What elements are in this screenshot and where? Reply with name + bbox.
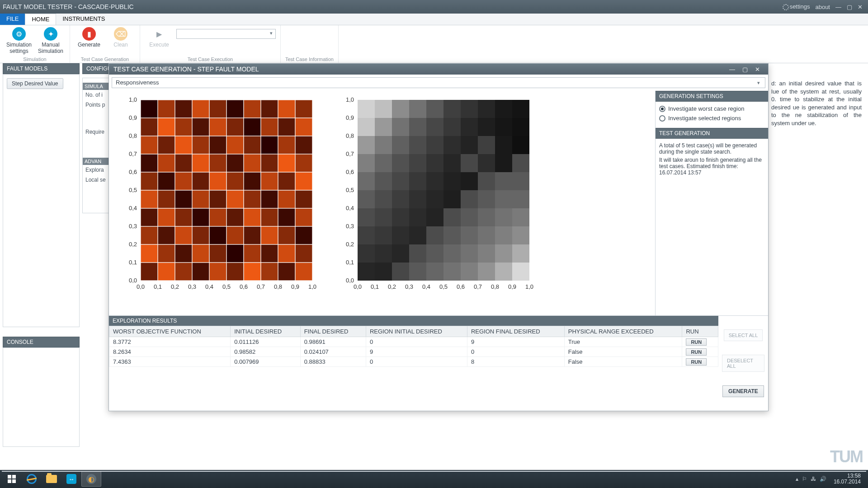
svg-rect-89 <box>295 244 312 263</box>
svg-rect-229 <box>443 244 461 263</box>
about-link[interactable]: about <box>812 4 833 10</box>
generate-button[interactable]: ▮ Generate <box>75 27 104 48</box>
fault-models-header: FAULT MODELS <box>3 63 80 74</box>
minimize-button[interactable]: — <box>833 4 844 10</box>
select-all-button[interactable]: SELECT ALL <box>724 329 763 341</box>
svg-rect-185 <box>375 172 392 190</box>
menu-file[interactable]: FILE <box>0 14 25 25</box>
generate-tests-button[interactable]: GENERATE <box>722 385 764 397</box>
col-phys[interactable]: PHYSICAL RANGE EXCEEDED <box>564 326 682 337</box>
maximize-button[interactable]: ▢ <box>844 4 855 10</box>
objective-select[interactable]: Responsiveness <box>112 77 765 88</box>
taskbar-app[interactable] <box>81 471 101 487</box>
taskbar-explorer[interactable] <box>42 471 61 487</box>
tray-chevron-icon[interactable]: ▴ <box>796 476 798 482</box>
svg-rect-154 <box>358 118 375 136</box>
menu-instruments[interactable]: INSTRUMENTS <box>56 14 111 25</box>
tray-flag-icon[interactable]: ⚐ <box>802 476 807 482</box>
opt-selected-regions[interactable]: Investigate selected regions <box>659 115 764 122</box>
svg-rect-193 <box>512 172 529 190</box>
modal-maximize-button[interactable]: ▢ <box>739 66 751 73</box>
svg-rect-171 <box>478 136 495 154</box>
svg-text:0,7: 0,7 <box>474 283 482 290</box>
modal-minimize-button[interactable]: — <box>726 66 739 73</box>
close-button[interactable]: ✕ <box>855 4 865 10</box>
exploration-label: Explora <box>85 167 108 173</box>
execute-target-combo[interactable] <box>176 29 276 39</box>
col-initd[interactable]: INITIAL DESIRED <box>231 326 300 337</box>
clean-button[interactable]: ⌫ Clean <box>106 27 135 48</box>
run-button[interactable]: RUN <box>686 348 707 356</box>
col-regf[interactable]: REGION FINAL DESIRED <box>467 326 564 337</box>
svg-rect-33 <box>192 154 209 172</box>
svg-text:0,1: 0,1 <box>154 283 162 290</box>
settings-link[interactable]: settings <box>780 3 813 10</box>
test-generation-header: TEST GENERATION <box>656 128 768 139</box>
svg-rect-95 <box>226 263 244 281</box>
svg-rect-153 <box>512 100 529 118</box>
svg-rect-87 <box>261 244 278 263</box>
svg-rect-93 <box>192 263 209 281</box>
svg-rect-78 <box>278 226 295 244</box>
svg-rect-182 <box>495 154 512 172</box>
svg-text:0,0: 0,0 <box>346 277 354 284</box>
table-row[interactable]: 7.43630.0079690.8883308FalseRUN <box>109 357 718 367</box>
svg-rect-43 <box>192 172 209 190</box>
menu-bar: FILE HOME INSTRUMENTS <box>0 14 868 25</box>
execute-button[interactable]: ▶ Execute <box>145 27 174 48</box>
tg-text2: It will take aroun to finish generating … <box>659 157 764 176</box>
svg-rect-236 <box>392 263 409 281</box>
teamviewer-icon <box>66 474 76 484</box>
simulation-settings-button[interactable]: ⚙ Simulation settings <box>5 27 33 54</box>
taskbar-clock[interactable]: 13:58 16.07.2014 <box>830 473 864 485</box>
tray-network-icon[interactable]: 🖧 <box>811 476 816 482</box>
taskbar-ie[interactable] <box>22 471 42 487</box>
ribbon-group-generation: Test Case Generation <box>75 56 135 63</box>
start-button[interactable] <box>2 471 22 487</box>
table-row[interactable]: 8.26340.985820.02410790FalseRUN <box>109 347 718 357</box>
svg-rect-231 <box>478 244 495 263</box>
svg-rect-144 <box>358 100 375 118</box>
col-wof[interactable]: WORST OBJECTIVE FUNCTION <box>109 326 231 337</box>
col-finald[interactable]: FINAL DESIRED <box>300 326 366 337</box>
svg-rect-162 <box>495 118 512 136</box>
col-regi[interactable]: REGION INITIAL DESIRED <box>366 326 467 337</box>
play-icon: ▶ <box>152 27 166 41</box>
svg-rect-203 <box>512 190 529 208</box>
run-button[interactable]: RUN <box>686 358 707 366</box>
svg-rect-29 <box>295 136 312 154</box>
svg-text:0,1: 0,1 <box>346 259 354 266</box>
manual-simulation-button[interactable]: ✦ Manual Simulation <box>36 27 65 54</box>
menu-home[interactable]: HOME <box>25 14 56 25</box>
svg-text:0,8: 0,8 <box>274 283 282 290</box>
deselect-all-button[interactable]: DESELECT ALL <box>722 355 764 372</box>
svg-rect-195 <box>375 190 392 208</box>
svg-rect-96 <box>244 263 261 281</box>
advanced-subheader: ADVAN <box>83 158 111 165</box>
svg-rect-169 <box>443 136 461 154</box>
svg-text:0,3: 0,3 <box>346 223 354 230</box>
opt-worst-case[interactable]: Investigate worst case region <box>659 105 764 112</box>
svg-rect-228 <box>426 244 443 263</box>
svg-rect-180 <box>461 154 478 172</box>
svg-rect-14 <box>209 118 226 136</box>
step-desired-value-button[interactable]: Step Desired Value <box>7 78 63 89</box>
modal-close-button[interactable]: ✕ <box>751 66 764 73</box>
svg-rect-188 <box>426 172 443 190</box>
svg-rect-238 <box>426 263 443 281</box>
svg-rect-54 <box>209 190 226 208</box>
svg-rect-30 <box>141 154 158 172</box>
svg-rect-165 <box>375 136 392 154</box>
svg-rect-183 <box>512 154 529 172</box>
svg-rect-71 <box>158 226 175 244</box>
svg-rect-24 <box>209 136 226 154</box>
svg-rect-47 <box>261 172 278 190</box>
svg-rect-57 <box>261 190 278 208</box>
table-row[interactable]: 8.37720.0111260.9869109TrueRUN <box>109 337 718 347</box>
tray-volume-icon[interactable]: 🔊 <box>820 476 826 482</box>
svg-rect-15 <box>226 118 244 136</box>
run-button[interactable]: RUN <box>686 338 707 346</box>
svg-text:0,5: 0,5 <box>439 283 448 290</box>
col-run[interactable]: RUN <box>682 326 718 337</box>
taskbar-teamviewer[interactable] <box>61 471 81 487</box>
